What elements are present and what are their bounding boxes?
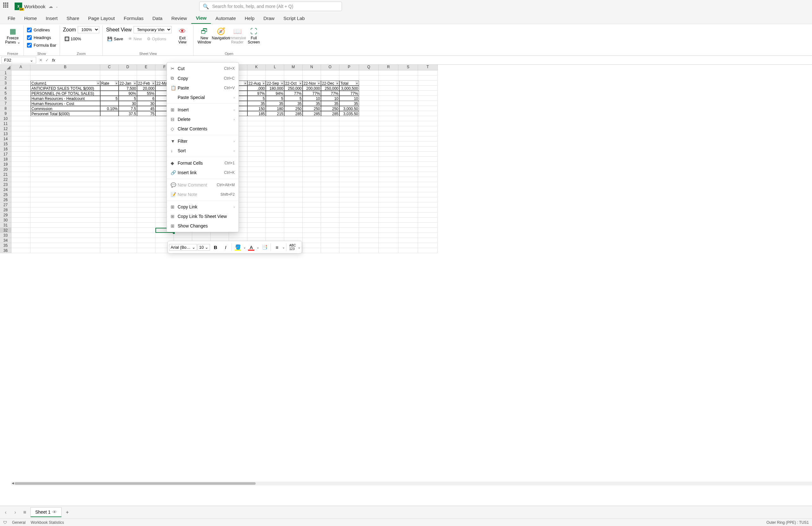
cell[interactable] [321,157,339,162]
cell[interactable] [398,167,418,172]
cell[interactable] [266,182,284,187]
cell[interactable] [321,152,339,157]
cell[interactable] [379,223,398,228]
row-header[interactable]: 30 [0,218,11,223]
cell[interactable] [359,106,379,111]
cell[interactable]: 0.10% [100,106,119,111]
row-header[interactable]: 21 [0,172,11,177]
cell[interactable] [321,75,339,81]
cell[interactable] [418,228,438,233]
tab-script-lab[interactable]: Script Lab [279,13,309,24]
cell[interactable] [418,106,438,111]
cell[interactable] [119,131,137,137]
context-menu-item[interactable]: ⊞Insert› [167,105,238,115]
cell[interactable] [321,172,339,177]
cell[interactable]: 250 [284,106,303,111]
cell[interactable] [137,202,156,208]
cell[interactable] [11,81,30,86]
cell[interactable] [339,152,359,157]
column-header[interactable]: N [303,65,321,70]
cell[interactable] [398,223,418,228]
cell[interactable] [30,248,100,253]
cell[interactable] [247,202,266,208]
cell[interactable] [321,177,339,182]
context-menu-item[interactable]: ◇Clear Contents [167,124,238,133]
row-header[interactable]: 2 [0,75,11,81]
cell[interactable] [398,116,418,121]
row-header[interactable]: 31 [0,223,11,228]
cell[interactable]: 35 [321,101,339,106]
cell[interactable] [266,192,284,197]
row-header[interactable]: 33 [0,233,11,238]
scrollbar-thumb[interactable] [15,482,256,485]
cell[interactable] [398,192,418,197]
cell[interactable] [100,116,119,121]
cell[interactable] [303,202,321,208]
chevron-down-icon[interactable]: ⌄ [282,245,285,249]
cell[interactable] [359,111,379,116]
cell[interactable] [284,152,303,157]
cell[interactable] [339,213,359,218]
cell[interactable] [284,116,303,121]
row-header[interactable]: 19 [0,162,11,167]
cell[interactable] [303,157,321,162]
row-header[interactable]: 6 [0,96,11,101]
cell[interactable] [247,116,266,121]
cell[interactable] [266,116,284,121]
bold-button[interactable]: B [211,242,220,252]
cell[interactable] [398,111,418,116]
cell[interactable]: 22-Dec [321,81,339,86]
cell[interactable] [11,238,30,243]
cell[interactable] [30,142,100,146]
cell[interactable] [321,223,339,228]
cell[interactable] [359,162,379,167]
fx-icon[interactable]: fx [52,58,55,62]
cell[interactable] [303,75,321,81]
cell[interactable] [30,233,100,238]
cell[interactable] [359,202,379,208]
row-header[interactable]: 13 [0,131,11,137]
cell[interactable] [11,142,30,146]
row-header[interactable]: 11 [0,121,11,126]
cell[interactable]: 5 [119,96,137,101]
cell[interactable] [303,142,321,146]
cell[interactable] [418,131,438,137]
cell[interactable] [100,182,119,187]
cell[interactable] [119,223,137,228]
tab-page-layout[interactable]: Page Layout [84,13,119,24]
cell[interactable] [303,70,321,75]
cell[interactable] [303,152,321,157]
immersive-reader-button[interactable]: 📖Immersive Reader [230,26,245,44]
cell[interactable] [303,177,321,182]
cell[interactable] [30,121,100,126]
cell[interactable] [379,177,398,182]
cell[interactable] [303,218,321,223]
cell[interactable] [30,213,100,218]
cell[interactable]: 285 [303,111,321,116]
cell[interactable] [100,131,119,137]
cell[interactable]: 35 [247,101,266,106]
view-options-button[interactable]: ⚙Options [146,36,168,42]
cell[interactable] [398,218,418,223]
cell[interactable] [100,157,119,162]
cell[interactable] [119,172,137,177]
tab-draw[interactable]: Draw [259,13,279,24]
cell[interactable] [398,137,418,142]
cell[interactable] [100,243,119,248]
cell[interactable] [284,192,303,197]
cell[interactable] [11,137,30,142]
cell[interactable]: 37.5 [119,111,137,116]
cell[interactable]: 5 [284,96,303,101]
cell[interactable]: 150 [247,106,266,111]
cell[interactable] [30,197,100,202]
row-header[interactable]: 28 [0,208,11,213]
cell[interactable] [398,131,418,137]
cell[interactable] [119,152,137,157]
cell[interactable] [339,121,359,126]
row-header[interactable]: 32 [0,228,11,233]
row-header[interactable]: 5 [0,91,11,96]
cell[interactable]: Total [339,81,359,86]
cell[interactable] [119,167,137,172]
row-header[interactable]: 7 [0,101,11,106]
cell[interactable]: 10 [339,96,359,101]
